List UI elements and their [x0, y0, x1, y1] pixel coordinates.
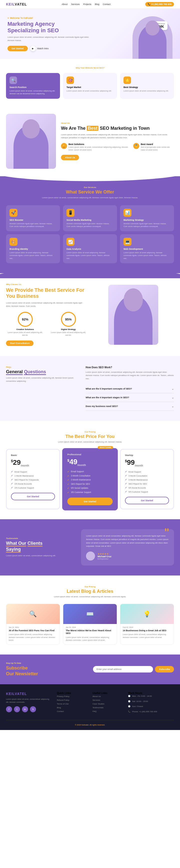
- service-title-0: SEO Booster: [9, 219, 57, 221]
- pricing-plan-startup: StartUp: [125, 454, 169, 457]
- blog-date-2: Feb 02, 2024: [123, 626, 171, 628]
- pricing-title: The Best Price For You: [6, 434, 174, 439]
- footer-quick-link-3[interactable]: Blog: [57, 706, 88, 710]
- play-icon: ▶: [30, 46, 36, 51]
- nav-contact[interactable]: Contact: [103, 3, 111, 5]
- footer-useful-link-3[interactable]: Testimonials: [92, 706, 123, 710]
- progress-desc-0: Lorem ipsum dolor sit amet adipiscing el…: [6, 331, 44, 337]
- faq-item-0[interactable]: What are the 5 important concepts of SEO…: [86, 384, 174, 393]
- faq-item-2[interactable]: Does my business need SEO? ⌄: [86, 402, 174, 411]
- footer-hours-1: 🕐 Sat: 10:00 - 15:00: [128, 700, 174, 703]
- hero-buttons: Get Started ▶ Watch Intro: [7, 46, 90, 51]
- nav-links: About Services Projects Blog Contact: [62, 3, 111, 5]
- pricing-price-professional: $49/month: [67, 458, 113, 466]
- service-title-3: Branding Identity: [9, 248, 57, 250]
- hero-tag: Welcome To Keilvatel: [7, 17, 90, 19]
- instagram-icon[interactable]: in: [22, 706, 28, 712]
- footer-useful-link-0[interactable]: About Us: [92, 694, 123, 698]
- nav-blog[interactable]: Blog: [95, 3, 99, 5]
- footer-quick-link-2[interactable]: Terms of Use: [57, 702, 88, 706]
- service-desc-5: Lorem ipsum dolor sit amet adipiscing. A…: [123, 251, 171, 260]
- footer-useful-links: Useful Links About Us Services Case Stud…: [92, 692, 123, 715]
- pricing-btn-basic[interactable]: Get Started: [11, 493, 55, 500]
- blog-card-title-2: 14 Businesses Doing a Great Job at SEO: [123, 629, 171, 632]
- blog-meta-2: Feb 02, 2024 14 Businesses Doing a Great…: [120, 624, 174, 641]
- about-feature-text-0: Best Solutions Lorem ipsum dolor sit ame…: [68, 143, 129, 151]
- why-card-1: 🎯 Target Market Lorem ipsum dolor sit am…: [63, 73, 117, 99]
- service-card-1: 📱 Social Media Marketing Aenean commodo …: [63, 205, 117, 231]
- about-feature-1: 🥇 Best Award Sed ut perspiciatis unde om…: [133, 143, 174, 151]
- footer-quick-links-list: Privacy Policy Refund Policy Terms of Us…: [57, 694, 88, 713]
- faq-answer-text: Lorem ipsum dolor sit amet, consectetuer…: [86, 371, 174, 380]
- progress-item-0: 92% Creative Solutions Lorem ipsum dolor…: [6, 312, 44, 337]
- author-name: Michael Cruz: [97, 555, 112, 558]
- pricing-feature-startup-3: SEO Report for SEO: [125, 482, 169, 486]
- blog-tag: Our Pricing: [6, 586, 174, 588]
- blog-card-title-0: 30 of the Funniest SEO Puns You Can Find: [9, 629, 57, 632]
- pricing-features-basic: Email Support 1 Month Maintenance SEO Re…: [11, 470, 55, 490]
- seo-booster-icon: 🚀: [9, 209, 18, 217]
- faq-item-1[interactable]: What are the 4 important stages in SEO? …: [86, 393, 174, 402]
- footer: KEILVATEL Lorem ipsum dolor sit amet, co…: [0, 684, 180, 730]
- service-card-0: 🚀 SEO Booster Aenean commodo ligula eget…: [6, 205, 60, 231]
- footer-quick-link-1[interactable]: Refund Policy: [57, 698, 88, 702]
- nav-about[interactable]: About: [62, 3, 68, 5]
- get-started-button[interactable]: Get Started: [7, 46, 28, 51]
- watch-intro-button[interactable]: ▶ Watch Intro: [30, 46, 49, 51]
- subscribe-section: Stay Up To Date Subscribe Our Newsletter…: [0, 654, 180, 684]
- footer-description: Lorem ipsum dolor sit amet, consectetuer…: [6, 698, 52, 704]
- footer-logo: KEILVATEL: [6, 692, 52, 696]
- choose-visual: [92, 285, 174, 345]
- pricing-card-startup: StartUp $99/month Email Support 3 Month …: [120, 449, 174, 509]
- pricing-tag: Our Pricing: [6, 431, 174, 433]
- footer-useful-link-1[interactable]: Services: [92, 698, 123, 702]
- why-card-title-1: Target Market: [66, 86, 114, 89]
- facebook-icon[interactable]: f: [6, 706, 12, 712]
- best-strategy-icon: ⭐: [123, 76, 131, 84]
- footer-hours: Work Hours 🕐 Mon - Fri: 9:00 - 18:00 🕐 S…: [128, 692, 174, 715]
- testimonial-tag: Testimonials: [6, 537, 75, 539]
- pricing-plan-basic: Basic: [11, 454, 55, 457]
- about-us-button[interactable]: About Us: [61, 155, 79, 160]
- blog-image-2: 💡: [120, 604, 174, 624]
- services-description: Lorem ipsum dolor sit amet, consectetuer…: [6, 196, 174, 199]
- nav-phone[interactable]: 📞 +1 (80) 855 765 009: [145, 2, 174, 6]
- pricing-feature-basic-1: 1 Month Maintenance: [11, 474, 55, 478]
- author-avatar: [86, 552, 95, 560]
- service-card-5: 💻 Web Development Lorem ipsum dolor sit …: [120, 234, 174, 263]
- marketing-strategy-icon: 📊: [123, 209, 131, 217]
- footer-contact: 🕐 Mon - Fri: 9:00 - 18:00 🕐 Sat: 10:00 -…: [128, 694, 174, 713]
- subscribe-email-input[interactable]: [93, 666, 153, 673]
- social-media-icon: 📱: [66, 209, 74, 217]
- pricing-feature-pro-2: 3 Month Maintenance: [67, 478, 113, 482]
- pricing-btn-professional[interactable]: Get Started: [67, 497, 113, 505]
- about-features: 🏆 Best Solutions Lorem ipsum dolor sit a…: [61, 143, 174, 151]
- service-card-2: 📊 Marketing Strategy Aenean commodo ligu…: [120, 205, 174, 231]
- blog-description: Lorem ipsum dolor sit amet, consectetuer…: [6, 595, 174, 598]
- blog-excerpt-0: Lorem ipsum dolor sit amet, consectetuer…: [9, 633, 57, 642]
- footer-brand: KEILVATEL Lorem ipsum dolor sit amet, co…: [6, 692, 52, 715]
- footer-phone: 📞 Phone: +1 (80) 855 765 009: [128, 710, 174, 713]
- nav-projects[interactable]: Projects: [83, 3, 91, 5]
- footer-useful-link-2[interactable]: Case Studies: [92, 702, 123, 706]
- testimonial-author: ★★★★★ Michael Cruz Entrepreneur: [86, 552, 169, 560]
- pricing-feature-pro-1: 3 Month Consultation: [67, 474, 113, 478]
- testimonial-right: " Lorem ipsum dolor sit amet consectetur…: [81, 529, 174, 565]
- twitter-icon[interactable]: t: [14, 706, 20, 712]
- linkedin-icon[interactable]: li: [30, 706, 36, 712]
- footer-useful-link-4[interactable]: FAQ: [92, 710, 123, 713]
- pricing-btn-startup[interactable]: Get Started: [125, 497, 169, 504]
- footer-quick-link-4[interactable]: Contact: [57, 710, 88, 713]
- service-title-4: Data Analysis: [66, 248, 114, 250]
- subscribe-button[interactable]: Subscribe: [155, 666, 174, 673]
- service-title-2: Marketing Strategy: [123, 219, 171, 221]
- service-card-3: 🎨 Branding Identity Lorem ipsum dolor si…: [6, 234, 60, 263]
- subscribe-tag: Stay Up To Date: [6, 662, 87, 664]
- nav-services[interactable]: Services: [71, 3, 80, 5]
- service-desc-0: Aenean commodo ligula eget dolor. Aenean…: [9, 222, 57, 228]
- progress-item-1: 95% Digital Strategy Lorem ipsum dolor s…: [49, 312, 88, 337]
- footer-grid: KEILVATEL Lorem ipsum dolor sit amet, co…: [6, 692, 174, 715]
- footer-quick-link-0[interactable]: Privacy Policy: [57, 694, 88, 698]
- consultation-button[interactable]: Start Consultation: [6, 341, 33, 346]
- blog-image-1: ⌨️: [63, 604, 117, 624]
